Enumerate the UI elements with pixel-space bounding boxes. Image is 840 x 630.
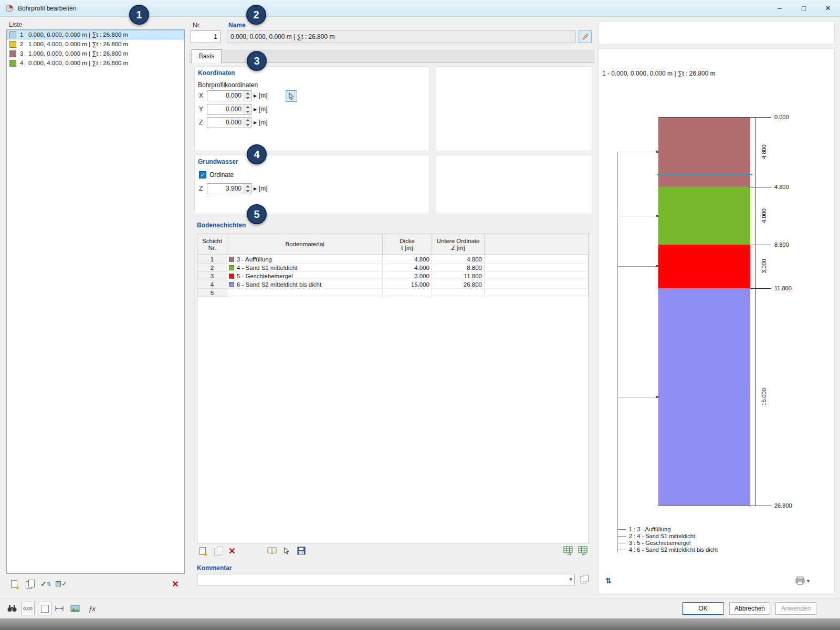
background-color-button[interactable]: [38, 602, 51, 615]
x-flyout-button[interactable]: ▶: [254, 93, 257, 98]
list-item[interactable]: 2 1.000, 4.000, 0.000 m | ∑t : 26.800 m: [7, 39, 184, 49]
list-item-number: 4: [20, 60, 25, 66]
table-row[interactable]: 1 3 - Auffüllung 4.800 4.800: [197, 255, 589, 264]
soil-layers-table: SchichtNr. Bodenmaterial Dicket [m] Unte…: [197, 234, 589, 543]
close-button[interactable]: ✕: [816, 0, 840, 16]
apply-button[interactable]: Anwenden: [775, 602, 816, 615]
delete-icon: ✕: [228, 546, 235, 556]
spinner-buttons[interactable]: [244, 104, 251, 114]
name-field[interactable]: 0.000, 0.000, 0.000 m | ∑t : 26.800 m: [227, 30, 576, 43]
minimize-button[interactable]: –: [768, 0, 792, 16]
comment-copy-button[interactable]: [578, 574, 589, 585]
gw-flyout-button[interactable]: ▶: [254, 186, 257, 191]
depth-tick: [750, 245, 771, 245]
import-table-button[interactable]: [563, 545, 574, 556]
binoculars-icon: [7, 605, 17, 612]
y-flyout-button[interactable]: ▶: [254, 107, 257, 112]
pick-coordinates-button[interactable]: [286, 90, 297, 102]
select-profiles-button[interactable]: ✓: [55, 578, 68, 590]
name-label: Name: [228, 22, 246, 29]
callout-badge-2: 2: [246, 5, 266, 25]
grundwasser-section: Grundwasser ✓ Ordinate Z 3.900 ▶ [m]: [194, 155, 429, 214]
dialog-bohrprofil-bearbeiten: Bohrprofil bearbeiten – □ ✕ Liste 1 0.00…: [0, 0, 840, 630]
borehole-profile-chart: 1 - 0.000, 0.000, 0.000 m | ∑t : 26.800 …: [598, 48, 835, 594]
cancel-button[interactable]: Abbrechen: [729, 602, 770, 615]
spinner-buttons[interactable]: [244, 184, 251, 194]
legend-bracket-line: [617, 152, 618, 553]
table-row[interactable]: 3 5 - Geschiebemergel 3.000 11.800: [197, 272, 589, 280]
decimal-places-button[interactable]: 0,00: [21, 602, 35, 615]
profile-list: 1 0.000, 0.000, 0.000 m | ∑t : 26.800 m …: [6, 29, 185, 574]
callout-badge-5: 5: [247, 204, 267, 224]
comment-combobox[interactable]: ▾: [197, 574, 575, 585]
thickness-label: 15.000: [761, 388, 767, 406]
ordinate-checkbox[interactable]: ✓: [199, 171, 206, 178]
ok-button[interactable]: OK: [682, 602, 723, 615]
bottom-bar: 0,00 ƒx OK Abbrechen Anwenden: [0, 598, 840, 618]
spinner-buttons[interactable]: [244, 91, 251, 101]
layers-icon: [56, 581, 61, 586]
check-icon: ✓: [61, 580, 67, 587]
spinner-buttons[interactable]: [244, 118, 251, 128]
print-dropdown-caret-icon[interactable]: ▾: [807, 578, 810, 584]
depth-tick: [750, 187, 771, 187]
render-view-button[interactable]: [68, 602, 82, 615]
white-square-icon: [41, 605, 49, 613]
layer-connector-line: [617, 216, 657, 216]
copy-profile-button[interactable]: [23, 578, 35, 590]
check-values-button[interactable]: ✓ ⇅: [39, 578, 52, 590]
function-input-button[interactable]: ƒx: [85, 602, 99, 615]
add-layer-button[interactable]: ★: [197, 545, 208, 556]
callout-badge-3: 3: [247, 51, 267, 71]
y-unit-label: [m]: [259, 106, 268, 113]
legend-item: 2 : 4 - Sand S1 mitteldicht: [617, 533, 695, 539]
app-icon: [5, 4, 14, 13]
save-material-button[interactable]: [296, 545, 307, 556]
groundwater-z-input[interactable]: 3.900: [207, 183, 251, 194]
x-unit-label: [m]: [259, 92, 268, 99]
z-flyout-button[interactable]: ▶: [254, 120, 257, 125]
bodenschichten-heading: Bodenschichten: [197, 222, 246, 229]
delete-layer-button[interactable]: ✕: [226, 545, 238, 556]
z-coordinate-input[interactable]: 0.000: [207, 117, 251, 128]
depth-tick: [750, 506, 771, 506]
pick-material-button[interactable]: [281, 545, 292, 556]
list-item[interactable]: 4 0.000, 4.000, 0.000 m | ∑t : 26.800 m: [7, 58, 184, 68]
z-unit-label: [m]: [259, 119, 268, 126]
profile-layer: [658, 288, 750, 505]
dropdown-caret-icon[interactable]: ▾: [569, 576, 572, 583]
x-coordinate-input[interactable]: 0.000: [207, 90, 251, 101]
edit-name-button[interactable]: [579, 30, 592, 43]
copy-layer-button[interactable]: [212, 545, 223, 556]
swap-axes-icon: ⇅: [605, 576, 612, 585]
tab-basis[interactable]: Basis: [192, 49, 222, 63]
delete-profile-button[interactable]: ✕: [169, 578, 182, 590]
table-import-icon: [563, 546, 574, 555]
table-row[interactable]: 2 4 - Sand S1 mitteldicht 4.000 8.800: [197, 264, 589, 272]
gw-z-label: Z: [199, 185, 203, 192]
ordinate-checkbox-label: Ordinate: [209, 171, 234, 178]
new-profile-button[interactable]: ★: [8, 578, 20, 590]
fx-icon: ƒx: [88, 605, 96, 613]
window-title: Bohrprofil bearbeiten: [18, 5, 76, 12]
swap-axes-button[interactable]: ⇅: [602, 575, 615, 586]
gw-unit-label: [m]: [259, 185, 268, 192]
new-row-icon: ★: [200, 547, 206, 555]
maximize-button[interactable]: □: [792, 0, 816, 16]
table-row[interactable]: 4 6 - Sand S2 mitteldicht bis dicht 15.0…: [197, 280, 589, 289]
material-color-swatch: [229, 265, 234, 270]
layer-connector-line: [617, 266, 657, 267]
table-header: SchichtNr. Bodenmaterial Dicket [m] Unte…: [197, 234, 589, 255]
depth-label: 4.800: [774, 184, 789, 190]
y-coordinate-input[interactable]: 0.000: [207, 104, 251, 115]
dimensions-button[interactable]: [52, 602, 66, 615]
export-table-button[interactable]: [578, 545, 589, 556]
material-library-button[interactable]: [266, 545, 278, 556]
list-item[interactable]: 1 0.000, 0.000, 0.000 m | ∑t : 26.800 m: [7, 30, 184, 39]
print-button[interactable]: ▾: [791, 575, 813, 586]
window-bottom-edge: [0, 618, 840, 630]
table-row[interactable]: 5: [197, 289, 589, 297]
delete-icon: ✕: [172, 579, 178, 589]
find-button[interactable]: [5, 602, 19, 615]
list-item[interactable]: 3 1.000, 0.000, 0.000 m | ∑t : 26.800 m: [7, 49, 184, 58]
